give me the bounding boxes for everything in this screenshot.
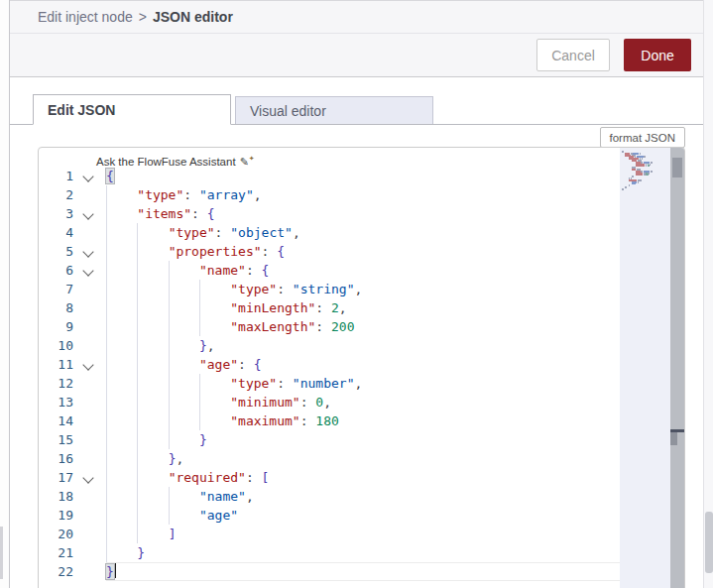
code-text[interactable]: "minLength": 2, [106, 298, 620, 317]
code-line-17[interactable]: 17 "required": [ [39, 468, 620, 487]
code-line-21[interactable]: 21 } [39, 543, 620, 562]
json-key: "maximum" [230, 413, 299, 428]
fold-chevron-icon[interactable] [79, 468, 99, 487]
indent-guide [169, 336, 170, 355]
code-line-16[interactable]: 16 }, [39, 449, 620, 468]
line-number: 22 [39, 562, 73, 581]
fold-spacer [79, 449, 99, 468]
code-line-11[interactable]: 11 "age": { [39, 355, 620, 374]
code-text[interactable]: "minimum": 0, [106, 393, 620, 412]
code-text[interactable]: "age": { [106, 355, 620, 374]
assistant-hint[interactable]: Ask the FlowFuse Assistant✎✦ [39, 150, 620, 167]
code-line-19[interactable]: 19 "age" [39, 506, 620, 525]
code-line-1[interactable]: 1{ [39, 167, 620, 185]
json-string: "object" [230, 225, 293, 240]
indent-guide [199, 298, 200, 317]
code-line-13[interactable]: 13 "minimum": 0, [39, 393, 620, 412]
minimap-mark [625, 186, 627, 188]
tab-visual-editor[interactable]: Visual editor [235, 96, 433, 125]
code-text[interactable]: } [106, 543, 620, 562]
editor-scrollbar[interactable] [670, 148, 684, 588]
overview-ruler-decoration [670, 432, 677, 445]
indent-guide [106, 317, 107, 336]
json-number: 0 [315, 395, 323, 410]
json-token: , [354, 376, 362, 391]
code-editor[interactable]: Ask the FlowFuse Assistant✎✦ 1{2 "type":… [38, 147, 685, 588]
code-text[interactable]: "age" [106, 506, 620, 525]
done-button[interactable]: Done [624, 39, 691, 71]
indent-guide [106, 430, 107, 449]
code-text[interactable]: "maximum": 180 [106, 412, 620, 430]
code-line-8[interactable]: 8 "minLength": 2, [39, 298, 620, 317]
json-token: : [277, 376, 293, 391]
code-text[interactable]: } [106, 562, 620, 581]
breadcrumb-separator: > [139, 9, 147, 25]
fold-chevron-icon[interactable] [79, 167, 99, 185]
cancel-button[interactable]: Cancel [536, 39, 610, 71]
breadcrumb-section[interactable]: Edit inject node [38, 9, 133, 25]
fold-chevron-icon[interactable] [79, 355, 99, 374]
code-text[interactable]: }, [106, 336, 620, 355]
minimap[interactable] [620, 148, 670, 588]
tab-visual-editor-label: Visual editor [250, 103, 326, 119]
code-line-15[interactable]: 15 } [39, 430, 620, 449]
json-token: : [262, 244, 278, 259]
palette-scrollbar-thumb[interactable] [0, 527, 3, 579]
code-text[interactable]: "type": "string", [106, 280, 620, 298]
code-text[interactable]: ] [106, 525, 620, 543]
indent-guide [137, 506, 138, 525]
json-token: , [254, 187, 262, 202]
code-text[interactable]: { [106, 167, 620, 185]
fold-chevron-icon[interactable] [79, 242, 99, 261]
format-json-button[interactable]: format JSON [600, 127, 685, 148]
json-token: : [315, 300, 331, 315]
editor-scrollbar-thumb[interactable] [672, 158, 682, 177]
code-text[interactable]: "maxLength": 200 [106, 317, 620, 336]
fold-chevron-icon[interactable] [79, 204, 99, 223]
code-line-12[interactable]: 12 "type": "number", [39, 374, 620, 393]
code-text[interactable]: } [106, 430, 620, 449]
indent-guide [199, 317, 200, 336]
code-pane[interactable]: Ask the FlowFuse Assistant✎✦ 1{2 "type":… [39, 148, 620, 588]
fold-chevron-icon[interactable] [79, 261, 99, 280]
code-text[interactable]: }, [106, 449, 620, 468]
code-text[interactable]: "type": "object", [106, 223, 620, 242]
gutter: 10 [39, 336, 106, 355]
code-line-22[interactable]: 22} [39, 562, 620, 581]
indent-guide [106, 242, 107, 261]
page-scrollbar-thumb[interactable] [705, 512, 713, 573]
gutter: 15 [39, 430, 106, 449]
code-line-5[interactable]: 5 "properties": { [39, 242, 620, 261]
gutter: 13 [39, 393, 106, 412]
indent-guide [137, 317, 138, 336]
tab-edit-json[interactable]: Edit JSON [33, 94, 231, 125]
code-text[interactable]: "type": "number", [106, 374, 620, 393]
code-text[interactable]: "properties": { [106, 242, 620, 261]
code-text[interactable]: "required": [ [106, 468, 620, 487]
indent-guide [169, 261, 170, 280]
code-line-18[interactable]: 18 "name", [39, 487, 620, 506]
code-line-3[interactable]: 3 "items": { [39, 204, 620, 223]
gutter: 8 [39, 298, 106, 317]
line-number: 8 [39, 298, 73, 317]
minimap-mark [636, 165, 645, 167]
fold-spacer [79, 298, 99, 317]
code-line-2[interactable]: 2 "type": "array", [39, 185, 620, 204]
indent-guide [199, 374, 200, 393]
code-text[interactable]: "name": { [106, 261, 620, 280]
fold-spacer [79, 374, 99, 393]
code-line-14[interactable]: 14 "maximum": 180 [39, 412, 620, 430]
fold-spacer [79, 525, 99, 543]
code-line-9[interactable]: 9 "maxLength": 200 [39, 317, 620, 336]
code-line-10[interactable]: 10 }, [39, 336, 620, 355]
json-key: "minLength" [230, 300, 315, 315]
code-text[interactable]: "items": { [106, 204, 620, 223]
code-text[interactable]: "type": "array", [106, 185, 620, 204]
page-scrollbar[interactable] [703, 0, 713, 588]
code-text[interactable]: "name", [106, 487, 620, 506]
code-line-7[interactable]: 7 "type": "string", [39, 280, 620, 298]
indent-guide [106, 280, 107, 298]
code-line-4[interactable]: 4 "type": "object", [39, 223, 620, 242]
code-line-20[interactable]: 20 ] [39, 525, 620, 543]
code-line-6[interactable]: 6 "name": { [39, 261, 620, 280]
